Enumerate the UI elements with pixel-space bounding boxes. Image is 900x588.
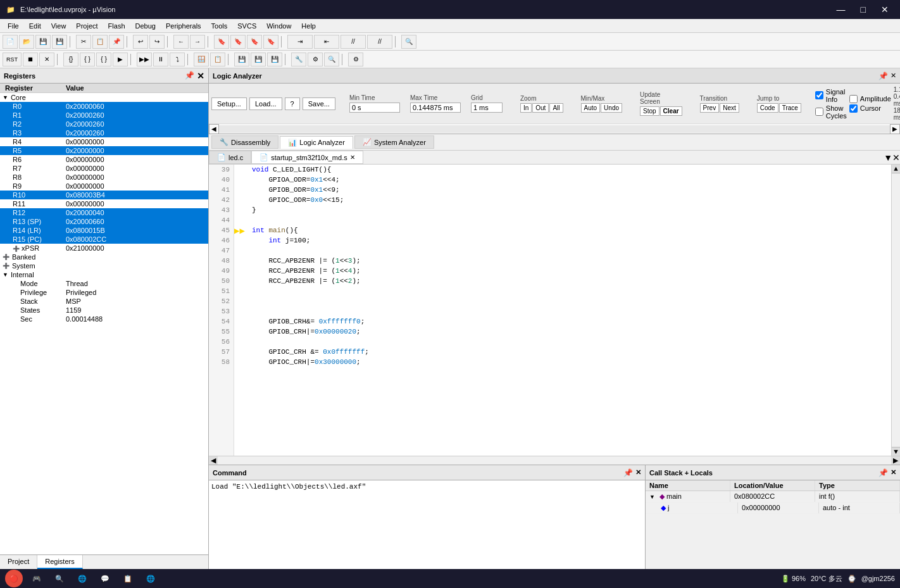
group-banked[interactable]: ➕ Banked — [0, 253, 208, 261]
callstack-pin[interactable]: 📌 — [878, 468, 888, 477]
la-cursor-check[interactable] — [849, 104, 858, 113]
la-max-time-input[interactable] — [410, 103, 461, 113]
menu-view[interactable]: View — [46, 21, 72, 31]
tb-save-all[interactable]: 💾 — [52, 35, 67, 49]
la-grid-input[interactable] — [471, 103, 503, 113]
la-scroll-right[interactable]: ▶ — [890, 124, 900, 134]
tb-cut[interactable]: ✂ — [76, 35, 91, 49]
la-amplitude-check[interactable] — [849, 95, 858, 103]
tb-bk4[interactable]: 🔖 — [263, 35, 278, 49]
cs-row-main[interactable]: ▼ ◆ main 0x080002CC int f() — [646, 491, 900, 503]
tb-mem3[interactable]: 💾 — [267, 53, 282, 66]
scroll-up-arrow[interactable]: ▲ — [892, 165, 900, 173]
la-clear-btn[interactable]: Clear — [660, 106, 682, 116]
tb-bookmark[interactable]: 🔖 — [214, 35, 229, 49]
reg-r9[interactable]: R9 0x00000000 — [0, 182, 208, 191]
reg-r5[interactable]: R5 0x20000000 — [0, 146, 208, 155]
tb-open[interactable]: 📂 — [19, 35, 34, 49]
tb-search[interactable]: 🔍 — [401, 35, 416, 49]
command-content[interactable]: Load "E:\\ledlight\\Objects\\led.axf" — [209, 480, 645, 569]
code-lines[interactable]: void C_LED_LIGHT(){ GPIOA_ODR=0x1<<4; GP… — [247, 165, 891, 456]
tb-stop[interactable]: ⏸ — [153, 53, 168, 66]
reg-r14[interactable]: R14 (LR) 0x0800015B — [0, 226, 208, 235]
reg-r8[interactable]: R8 0x00000000 — [0, 173, 208, 182]
code-tab-ledc[interactable]: 📄 led.c — [209, 151, 251, 164]
la-minmax-undo[interactable]: Undo — [601, 103, 622, 113]
callstack-close[interactable]: ✕ — [891, 468, 896, 477]
la-trace-btn[interactable]: Trace — [779, 103, 801, 113]
startup-close[interactable]: ✕ — [350, 154, 355, 161]
tb-debug2[interactable]: ⚙ — [308, 53, 323, 66]
reg-privilege[interactable]: Privilege Privileged — [0, 288, 208, 297]
la-close[interactable]: ✕ — [891, 72, 896, 80]
tb-brace1[interactable]: {} — [63, 53, 78, 66]
tb-forward[interactable]: → — [190, 35, 205, 49]
registers-pin[interactable]: 📌 — [185, 71, 194, 81]
tb-copy[interactable]: 📋 — [92, 35, 108, 49]
registers-close[interactable]: ✕ — [197, 71, 204, 81]
la-stop-btn[interactable]: Stop — [640, 106, 659, 116]
tb-brace3[interactable]: { } — [96, 53, 111, 66]
scroll-left-arrow[interactable]: ◀ — [209, 456, 218, 465]
la-prev-btn[interactable]: Prev — [700, 103, 720, 113]
tb-run[interactable]: ▶▶ — [137, 53, 152, 66]
tb-mem2[interactable]: 💾 — [251, 53, 266, 66]
taskbar-search[interactable]: 🔍 — [51, 570, 68, 587]
tb-debug3[interactable]: 🔍 — [324, 53, 339, 66]
tb-bk2[interactable]: 🔖 — [230, 35, 246, 49]
tb-stepinto[interactable]: ⤵ — [170, 53, 185, 66]
reg-mode[interactable]: Mode Thread — [0, 279, 208, 288]
tb-3[interactable]: ✕ — [39, 53, 54, 66]
la-setup-btn[interactable]: Setup... — [211, 97, 247, 110]
tab-registers[interactable]: Registers — [37, 555, 82, 569]
tb-bk3[interactable]: 🔖 — [247, 35, 262, 49]
la-zoom-out[interactable]: Out — [532, 103, 549, 113]
reg-states[interactable]: States 1159 — [0, 306, 208, 315]
reg-r7[interactable]: R7 0x00000000 — [0, 164, 208, 173]
hscroll-track[interactable] — [218, 456, 891, 465]
menu-file[interactable]: File — [3, 21, 24, 31]
reg-r6[interactable]: R6 0x00000000 — [0, 155, 208, 164]
tb-undo[interactable]: ↩ — [133, 35, 148, 49]
taskbar-steam[interactable]: 🎮 — [28, 570, 46, 587]
code-tab-close-all[interactable]: ✕ — [892, 153, 900, 163]
la-next-btn[interactable]: Next — [720, 103, 739, 113]
tb-back[interactable]: ← — [173, 35, 189, 49]
tb-save[interactable]: 💾 — [35, 35, 51, 49]
menu-edit[interactable]: Edit — [24, 21, 46, 31]
taskbar-wps[interactable]: 📋 — [119, 570, 137, 587]
group-internal[interactable]: ▼ Internal — [0, 270, 208, 279]
scroll-right-arrow[interactable]: ▶ — [891, 456, 900, 465]
reg-r1[interactable]: R1 0x20000260 — [0, 111, 208, 120]
la-signal-info-check[interactable] — [815, 91, 823, 99]
tb-new[interactable]: 📄 — [3, 35, 18, 49]
reg-xpsr[interactable]: ➕ xPSR 0x21000000 — [0, 244, 208, 253]
la-code-btn[interactable]: Code — [757, 103, 778, 113]
group-system[interactable]: ➕ System — [0, 261, 208, 270]
menu-tools[interactable]: Tools — [206, 21, 233, 31]
tab-project[interactable]: Project — [0, 555, 37, 569]
cs-row-j[interactable]: ◆ j 0x00000000 auto - int — [646, 503, 900, 514]
menu-peripherals[interactable]: Peripherals — [161, 21, 206, 31]
taskbar-browser1[interactable]: 🌐 — [73, 570, 91, 587]
tb-outdent[interactable]: ⇤ — [314, 35, 339, 49]
tb-debug1[interactable]: 🔧 — [291, 53, 306, 66]
tb-comment[interactable]: // — [341, 35, 366, 49]
reg-r11[interactable]: R11 0x00000000 — [0, 199, 208, 208]
reg-stack[interactable]: Stack MSP — [0, 297, 208, 306]
la-minmax-auto[interactable]: Auto — [581, 103, 601, 113]
taskbar-edge[interactable]: 🌐 — [142, 570, 159, 587]
la-zoom-all[interactable]: All — [549, 103, 563, 113]
reg-r3[interactable]: R3 0x20000260 — [0, 128, 208, 137]
code-tab-dropdown[interactable]: ▼ — [884, 153, 892, 163]
la-help-btn[interactable]: ? — [285, 97, 300, 110]
command-pin[interactable]: 📌 — [623, 468, 633, 477]
menu-project[interactable]: Project — [71, 21, 103, 31]
tb-uncomment[interactable]: // — [367, 35, 392, 49]
tb-brace2[interactable]: { } — [80, 53, 95, 66]
code-tab-startup[interactable]: 📄 startup_stm32f10x_md.s ✕ — [251, 151, 363, 164]
minimize-button[interactable]: — — [832, 3, 851, 16]
close-button[interactable]: ✕ — [876, 3, 894, 16]
tb-settings[interactable]: ⚙ — [348, 53, 363, 66]
tb-rst[interactable]: RST — [3, 53, 22, 66]
